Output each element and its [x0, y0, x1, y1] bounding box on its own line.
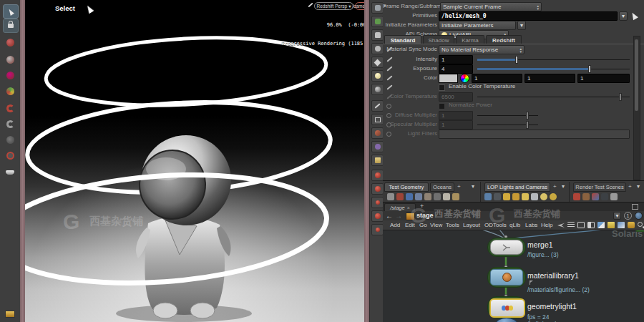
- parameter-scrollbar[interactable]: [633, 36, 640, 180]
- lock-selection-icon[interactable]: [3, 19, 19, 33]
- shelf-tool-icon[interactable]: [573, 193, 580, 200]
- select-ring-icon[interactable]: [3, 149, 17, 162]
- shelf-tool-icon[interactable]: [582, 193, 590, 200]
- jet-tool-icon[interactable]: [557, 222, 565, 228]
- shelf-tool-icon[interactable]: [434, 193, 441, 200]
- image-plane-icon[interactable]: [371, 155, 384, 166]
- menu-edit[interactable]: Edit: [405, 220, 415, 230]
- shelf-tool-icon[interactable]: [452, 193, 459, 200]
- sculpt-tool-icon[interactable]: [3, 166, 17, 179]
- shelf-tool-icon[interactable]: [484, 193, 492, 200]
- primitives-menu-button[interactable]: ▾: [619, 11, 628, 21]
- pin-icon[interactable]: [371, 43, 384, 54]
- camera-selector-button[interactable]: /cameras/camera1 ▾: [355, 2, 364, 10]
- select-tool-icon[interactable]: [3, 4, 19, 19]
- shelf-tab-lop-lights-cameras[interactable]: LOP Lights and Cameras: [484, 182, 550, 192]
- pane-maximize-icon[interactable]: [632, 204, 638, 210]
- exposure-input[interactable]: 4: [439, 64, 473, 74]
- renderer-selector-button[interactable]: Redshift Persp ▾: [314, 2, 353, 10]
- pick-primitive-icon[interactable]: [630, 11, 638, 21]
- view-tool-icon[interactable]: [3, 133, 17, 146]
- wand-icon[interactable]: [371, 100, 384, 112]
- shelf-tool-icon[interactable]: [494, 193, 501, 200]
- shelf-tool-icon[interactable]: [512, 193, 519, 200]
- pencil-icon[interactable]: [386, 84, 392, 89]
- shelf-tool-icon[interactable]: [522, 193, 529, 200]
- lock-camera-icon[interactable]: [371, 29, 384, 41]
- nav-forward-icon[interactable]: →: [395, 211, 402, 220]
- network-editor[interactable]: Solaris merge1 /figure... (3) materia: [383, 230, 644, 322]
- shelf-add-tab-button[interactable]: +: [457, 183, 461, 190]
- sticky-note-icon[interactable]: [608, 222, 615, 228]
- color-r-input[interactable]: 1: [472, 74, 522, 83]
- shelf-tool-icon[interactable]: [415, 193, 422, 200]
- shelf-tool-icon[interactable]: [396, 193, 404, 200]
- primitives-input[interactable]: /helix/mesh_0: [439, 11, 618, 21]
- menu-qlib[interactable]: qLib: [509, 220, 520, 230]
- menu-odtools[interactable]: ODTools: [484, 220, 507, 230]
- intensity-slider[interactable]: [477, 55, 630, 64]
- frame-range-dropdown[interactable]: Sample Current Frame ▴▾: [440, 2, 542, 11]
- node-geometrylight1[interactable]: [489, 298, 525, 318]
- path-menu-button[interactable]: ▾: [613, 212, 621, 220]
- shelf-add-tab-button[interactable]: +: [553, 183, 557, 190]
- shelf-menu-icon[interactable]: ▾: [637, 183, 640, 190]
- color-b-input[interactable]: 1: [577, 74, 630, 83]
- initialize-menu-button[interactable]: ▾: [517, 21, 526, 30]
- brush-icon[interactable]: [371, 127, 384, 139]
- list-view-icon[interactable]: [567, 222, 575, 228]
- flat-red-icon[interactable]: [371, 224, 384, 235]
- shade-red-icon[interactable]: [371, 197, 384, 208]
- menu-layout[interactable]: Layout: [463, 220, 480, 230]
- close-icon[interactable]: ×: [407, 205, 410, 210]
- pose-tool-icon[interactable]: [3, 53, 17, 66]
- shelf-tool-icon[interactable]: [550, 193, 557, 200]
- shelf-menu-icon[interactable]: ▾: [472, 183, 474, 190]
- show-handles-icon[interactable]: [3, 36, 17, 49]
- shelf-tool-icon[interactable]: [503, 193, 510, 200]
- shelf-tool-icon[interactable]: [531, 193, 538, 200]
- spinner-icon[interactable]: ▴▾: [537, 4, 539, 10]
- network-view-icon[interactable]: [577, 222, 585, 228]
- shelf-tab-test-geometry[interactable]: Test Geometry: [384, 182, 429, 192]
- menu-help[interactable]: Help: [541, 220, 552, 230]
- geo-red-icon[interactable]: [371, 210, 384, 222]
- lightbulb-icon[interactable]: [371, 70, 384, 82]
- snapshot-view-icon[interactable]: [618, 222, 625, 228]
- shelf-tool-icon[interactable]: [424, 193, 431, 200]
- menu-labs[interactable]: Labs: [525, 220, 537, 230]
- nav-back-icon[interactable]: ←: [386, 211, 393, 220]
- shelf-add-tab-button[interactable]: +: [628, 183, 632, 190]
- node-materiallibrary1[interactable]: [490, 269, 523, 286]
- node-merge1[interactable]: [490, 240, 523, 255]
- isolate-red-icon[interactable]: [371, 170, 384, 181]
- view-count-badge[interactable]: 1: [624, 212, 632, 220]
- initialize-button[interactable]: Initialize Parameters: [439, 21, 516, 30]
- material-sync-dropdown[interactable]: No Material Response ▴▾: [439, 45, 525, 54]
- snapshot-globe-icon[interactable]: [635, 212, 643, 220]
- shelf-tool-icon[interactable]: [610, 193, 618, 200]
- exposure-slider[interactable]: [477, 64, 630, 74]
- render-viewport[interactable]: Select Redshift Persp ▾ /cameras/camera1…: [25, 0, 364, 322]
- new-pane-tab-button[interactable]: +: [420, 203, 424, 210]
- enable-color-temp-checkbox[interactable]: [439, 84, 445, 91]
- diamond-icon[interactable]: [371, 57, 384, 68]
- shelf-tab-oceans[interactable]: Oceans: [430, 182, 454, 192]
- shelf-tool-icon[interactable]: [406, 193, 413, 200]
- burger-menu-icon[interactable]: [628, 222, 635, 228]
- snapshot-icon[interactable]: [371, 16, 384, 27]
- shelf-tool-icon[interactable]: [592, 193, 599, 200]
- search-icon[interactable]: [638, 222, 643, 227]
- color-palette-icon[interactable]: [597, 222, 605, 228]
- view-frame-icon[interactable]: [371, 114, 384, 125]
- color-wheel-icon[interactable]: [460, 74, 469, 83]
- shelf-tool-icon[interactable]: [540, 193, 547, 200]
- snap-magnet-icon[interactable]: [3, 102, 17, 114]
- material-red-icon[interactable]: [371, 183, 384, 195]
- shelf-tool-icon[interactable]: [387, 193, 394, 200]
- material-sphere-icon[interactable]: [371, 84, 384, 95]
- display-options-icon[interactable]: [3, 308, 17, 321]
- network-breadcrumb[interactable]: stage: [416, 212, 434, 219]
- menu-tools[interactable]: Tools: [446, 220, 459, 230]
- shelf-tool-icon[interactable]: [601, 193, 608, 200]
